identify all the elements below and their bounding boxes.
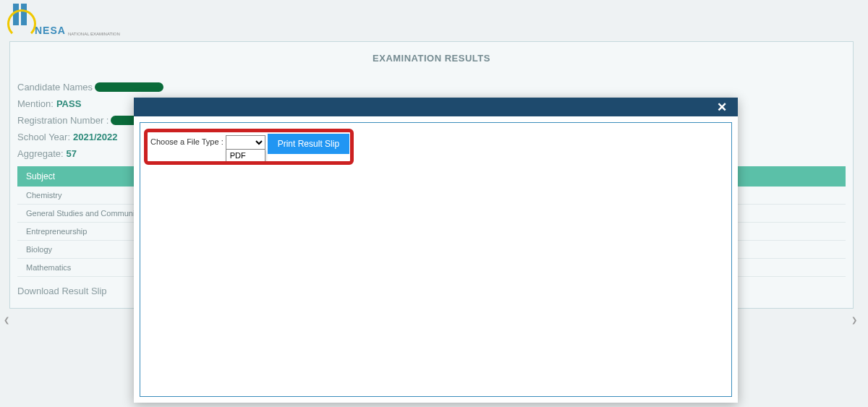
close-icon[interactable]: ✕ — [717, 100, 727, 115]
print-result-slip-button[interactable]: Print Result Slip — [268, 134, 349, 154]
scroll-left-icon[interactable]: ❮ — [4, 316, 9, 324]
mention-value: PASS — [56, 98, 81, 109]
logo-area: NESA NATIONAL EXAMINATION — [7, 4, 120, 36]
nesa-logo-icon — [7, 4, 36, 36]
logo-brand-text: NESA — [35, 25, 66, 36]
redacted-name — [95, 82, 163, 92]
file-type-label: Choose a File Type : — [150, 137, 224, 146]
aggregate-value: 57 — [67, 148, 77, 159]
print-modal: ✕ Choose a File Type : PDF Print Result … — [134, 98, 738, 403]
school-year-value: 2021/2022 — [73, 132, 117, 142]
registration-label: Registration Number : — [17, 115, 109, 126]
scroll-right-icon[interactable]: ❯ — [851, 316, 857, 324]
aggregate-label: Aggregate: — [17, 148, 64, 159]
file-type-select-wrapper: PDF — [226, 135, 265, 162]
file-type-select[interactable] — [226, 135, 265, 150]
dropdown-option-pdf[interactable]: PDF — [226, 150, 265, 162]
school-year-label: School Year: — [17, 132, 70, 142]
modal-body: Choose a File Type : PDF Print Result Sl… — [140, 122, 732, 397]
modal-header: ✕ — [134, 98, 738, 116]
file-type-row: Choose a File Type : PDF Print Result Sl… — [150, 135, 724, 162]
candidate-names-label: Candidate Names — [17, 82, 93, 93]
logo-tagline: NATIONAL EXAMINATION — [68, 32, 120, 36]
download-result-slip-link[interactable]: Download Result Slip — [17, 286, 107, 296]
mention-label: Mention: — [17, 98, 54, 109]
panel-title: EXAMINATION RESULTS — [17, 53, 846, 64]
candidate-names-row: Candidate Names — [17, 82, 846, 93]
